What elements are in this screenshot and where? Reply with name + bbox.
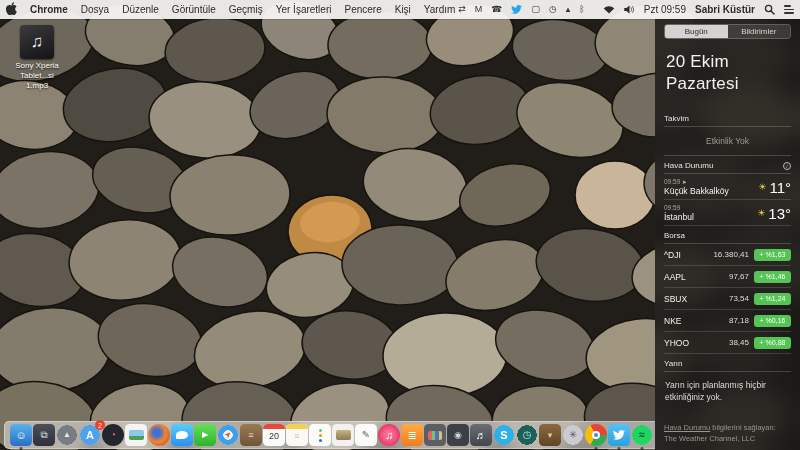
dock-icon-reminders[interactable]	[309, 424, 331, 446]
dock-icon-calendar[interactable]: 20	[263, 424, 285, 446]
dock-icon-firefox[interactable]	[148, 424, 170, 446]
weather-row-current[interactable]: 09:59 ➤ Küçük Bakkalköy ☀ 11°	[664, 174, 791, 200]
dock-icon-skype[interactable]: S	[493, 424, 515, 446]
desktop-file-label: Sony Xperia Tablet...si 1.mp3	[8, 61, 66, 91]
eject-icon[interactable]: ᛒ	[579, 5, 584, 14]
stock-change-badge: + %0,88	[754, 337, 791, 349]
volume-icon[interactable]	[624, 5, 635, 14]
stock-change-badge: + %1,24	[754, 293, 791, 305]
menu-gecmis[interactable]: Geçmiş	[229, 4, 263, 15]
menu-kisi[interactable]: Kişi	[395, 4, 411, 15]
tab-notifications[interactable]: Bildirimler	[728, 25, 791, 38]
dock-icon-image-capture[interactable]: ◉	[447, 424, 469, 446]
nc-attribution: Hava Durumu bilgilerini sağlayan: The We…	[664, 422, 791, 450]
menu-pencere[interactable]: Pencere	[344, 4, 381, 15]
sun-icon: ☀	[757, 208, 765, 218]
nc-tab-switcher: Bugün Bildirimler	[664, 24, 791, 39]
menu-yer-isaretleri[interactable]: Yer İşaretleri	[276, 4, 332, 15]
weather-provider-link[interactable]: Hava Durumu	[664, 423, 710, 432]
dock-icon-app-store[interactable]: A2	[79, 424, 101, 446]
record-icon[interactable]: ▢	[531, 5, 540, 14]
menu-user-name[interactable]: Sabri Küstür	[695, 4, 755, 15]
nc-tomorrow-empty: Yarın için planlanmış hiçbir etkinliğini…	[664, 372, 791, 414]
clock-app-icon[interactable]: ▴	[566, 5, 571, 14]
menu-yardim[interactable]: Yardım	[424, 4, 456, 15]
wifi-icon[interactable]	[603, 5, 615, 14]
dock-icon-notes[interactable]: ≡	[286, 424, 308, 446]
dock-icon-photos[interactable]	[125, 424, 147, 446]
nc-weather-header: Hava Durumu i	[664, 156, 791, 174]
dock-icon-chrome[interactable]	[585, 424, 607, 446]
dock-icon-wheel-app[interactable]: ✳	[562, 424, 584, 446]
nc-date: 20 Ekim Pazartesi	[666, 51, 791, 95]
dock-icon-contacts[interactable]: ≡	[240, 424, 262, 446]
menu-duzenle[interactable]: Düzenle	[122, 4, 159, 15]
nc-calendar-empty: Etkinlik Yok	[664, 127, 791, 156]
dock-icon-messages[interactable]	[171, 424, 193, 446]
dock-icon-facetime[interactable]: ▶	[194, 424, 216, 446]
twitter-bird-icon	[613, 430, 625, 440]
menu-dosya[interactable]: Dosya	[81, 4, 109, 15]
call-sync-icon[interactable]: ⇄	[458, 5, 466, 14]
stock-row-nke[interactable]: NKE 87,18 + %0,16	[664, 310, 791, 332]
sun-icon: ☀	[758, 182, 766, 192]
desktop-file-mp3[interactable]: ♫ Sony Xperia Tablet...si 1.mp3	[8, 25, 66, 91]
notification-center-icon[interactable]	[784, 5, 794, 14]
dock-icon-itunes[interactable]: ♫	[378, 424, 400, 446]
stock-row-sbux[interactable]: SBUX 73,54 + %1,24	[664, 288, 791, 310]
notification-center-panel: Bugün Bildirimler 20 Ekim Pazartesi Takv…	[655, 19, 800, 450]
stock-change-badge: + %1,63	[754, 249, 791, 261]
dock-icon-spotify[interactable]: ≈	[631, 424, 653, 446]
nc-tomorrow-header: Yarın	[664, 354, 791, 372]
stock-row-dji[interactable]: ^DJI 16.380,41 + %1,63	[664, 244, 791, 266]
weather-info-icon[interactable]: i	[783, 162, 791, 170]
m-app-icon[interactable]: M	[475, 5, 483, 14]
dock-icon-brown-app[interactable]: ▾	[539, 424, 561, 446]
stock-change-badge: + %1,46	[754, 271, 791, 283]
dock-icon-dashboard[interactable]: ◔	[102, 424, 124, 446]
apple-menu-icon[interactable]	[6, 2, 17, 17]
dock-icon-textedit[interactable]: ✎	[355, 424, 377, 446]
nc-stocks-header: Borsa	[664, 226, 791, 244]
dock-icon-photo-booth[interactable]	[424, 424, 446, 446]
dock: ☺ ⧉ ▲ A2 ◔ ▶ ➤ ≡ 20 ≡ ✎ ♫ ≣ ◉ ♬ S ◷ ▾ ✳ …	[4, 421, 659, 449]
nc-calendar-header: Takvim	[664, 109, 791, 127]
dock-icon-twitter[interactable]	[608, 424, 630, 446]
stock-row-yhoo[interactable]: YHOO 38,45 + %0,88	[664, 332, 791, 354]
menu-clock[interactable]: Pzt 09:59	[644, 4, 686, 15]
dock-icon-preview[interactable]	[332, 424, 354, 446]
display-icon[interactable]: ◷	[549, 5, 557, 14]
dock-icon-launchpad[interactable]: ▲	[56, 424, 78, 446]
menu-goruntule[interactable]: Görüntüle	[172, 4, 216, 15]
spotlight-search-icon[interactable]	[764, 4, 775, 15]
phone-app-icon[interactable]: ☎	[491, 5, 502, 14]
tab-today[interactable]: Bugün	[665, 25, 728, 38]
dock-icon-finder[interactable]: ☺	[10, 424, 32, 446]
weather-row-istanbul[interactable]: 09:59 İstanbul ☀ 13°	[664, 200, 791, 226]
menu-bar: Chrome Dosya Düzenle Görüntüle Geçmiş Ye…	[0, 0, 800, 19]
menu-app-name[interactable]: Chrome	[30, 4, 68, 15]
stock-change-badge: + %0,16	[754, 315, 791, 327]
mp3-file-icon: ♫	[20, 25, 54, 59]
dock-icon-time-machine[interactable]: ◷	[516, 424, 538, 446]
stock-row-aapl[interactable]: AAPL 97,67 + %1,46	[664, 266, 791, 288]
dock-icon-mission-control[interactable]: ⧉	[33, 424, 55, 446]
dock-icon-ibooks[interactable]: ≣	[401, 424, 423, 446]
twitter-menu-icon[interactable]	[511, 5, 522, 14]
dock-icon-garageband[interactable]: ♬	[470, 424, 492, 446]
location-arrow-icon: ➤	[682, 179, 687, 185]
dock-icon-safari[interactable]: ➤	[217, 424, 239, 446]
